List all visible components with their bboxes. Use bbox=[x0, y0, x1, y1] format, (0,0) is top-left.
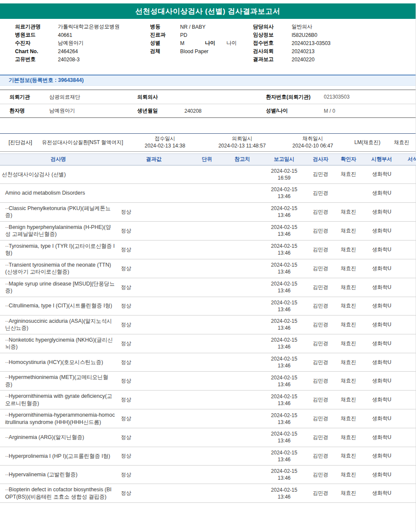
patient-value: 240208 bbox=[184, 108, 266, 114]
patient-row: 환자명 남예원아기 생년월일 240208 성별/나이 M / 0 bbox=[0, 104, 416, 117]
report-datetime-cell: 2024-02-15 13:46 bbox=[262, 240, 307, 258]
info-value: M bbox=[180, 40, 205, 46]
report-time: 13:46 bbox=[262, 343, 307, 350]
reference-cell bbox=[223, 266, 262, 271]
unit-cell bbox=[191, 322, 223, 327]
collect-value: 2024-02-10 06:47 bbox=[278, 142, 347, 150]
department-cell: 생화학U bbox=[362, 319, 401, 331]
report-date: 2024-02-15 bbox=[262, 487, 307, 493]
info-value: PD bbox=[180, 32, 187, 38]
report-date: 2024-02-15 bbox=[262, 224, 307, 231]
confirmer-cell: 채효진 bbox=[335, 206, 362, 218]
info-value: I582U26B0 bbox=[292, 32, 317, 38]
form-cell bbox=[401, 304, 416, 308]
confirmer-cell: 채효진 bbox=[335, 244, 362, 255]
result-value-cell: 정상 bbox=[117, 469, 191, 481]
report-datetime-cell: 2024-02-15 13:46 bbox=[262, 484, 307, 502]
col-header-tester: 검사자 bbox=[307, 156, 335, 163]
department-cell: 생화학U bbox=[362, 432, 401, 443]
patient-label: 의뢰의사 bbox=[137, 93, 184, 101]
confirmer-cell: 채효진 bbox=[335, 263, 362, 274]
reference-cell bbox=[223, 341, 262, 346]
info-label: 병원코드 bbox=[15, 31, 58, 39]
test-name-cell: ··Transient tyrosinemia of the neonate (… bbox=[0, 259, 117, 278]
department-cell: 생화학U bbox=[362, 244, 401, 255]
order-row: [진단검사] 유전성대사이상질환[NST 혈액여지] 접수일시 2024-02-… bbox=[0, 133, 416, 152]
report-time: 13:46 bbox=[262, 456, 307, 463]
department-cell: 생화학U bbox=[362, 263, 401, 274]
department-cell: 생화학U bbox=[362, 282, 401, 293]
form-cell bbox=[401, 285, 416, 289]
report-date: 2024-02-15 bbox=[262, 412, 307, 419]
info-label: 접수번호 bbox=[253, 39, 292, 47]
unit-cell bbox=[191, 266, 223, 271]
received-datetime: 접수일시 2024-02-13 14:38 bbox=[124, 135, 206, 150]
report-date: 2024-02-15 bbox=[262, 393, 307, 400]
info-label: 수진자 bbox=[15, 39, 58, 47]
info-value: 20240213-03503 bbox=[292, 40, 331, 46]
info-label: 결과보고 bbox=[253, 56, 292, 63]
unit-cell bbox=[191, 379, 223, 383]
report-time: 13:46 bbox=[262, 268, 307, 275]
col-header-test-name: 검사명 bbox=[0, 156, 117, 163]
report-date: 2024-02-15 bbox=[262, 337, 307, 343]
result-row: ··Tyrosinemia, type I (TYR I)(고타이로신혈증 I형… bbox=[0, 240, 416, 259]
confirmer-cell: 채효진 bbox=[335, 432, 362, 443]
info-value: 2464264 bbox=[58, 48, 78, 54]
result-value-cell: 정상 bbox=[117, 338, 191, 349]
header-info: 의료기관명가톨릭대학교은평성모병원 병원코드40661 수진자남예원아기 Cha… bbox=[0, 19, 416, 65]
result-row: ··Citrullinemia, type I (CIT)(시트룰린혈증 I형)… bbox=[0, 297, 416, 316]
report-title: 선천성대사이상검사 (선별) 검사결과보고서 bbox=[0, 3, 416, 19]
test-name-cell: ··Hyperornithinemia with gyrate deficien… bbox=[0, 391, 117, 409]
unit-cell bbox=[191, 304, 223, 308]
confirmer-cell: 채효진 bbox=[335, 413, 362, 424]
info-value: 20240220 bbox=[292, 57, 314, 63]
test-name-cell: ··Citrullinemia, type I (CIT)(시트룰린혈증 I형) bbox=[0, 300, 117, 312]
tester-cell: 김민경 bbox=[307, 263, 335, 274]
report-datetime-cell: 2024-02-15 13:46 bbox=[262, 297, 307, 315]
form-cell bbox=[401, 266, 416, 271]
info-label: 검사의뢰 bbox=[253, 48, 292, 55]
report-datetime-cell: 2024-02-15 13:46 bbox=[262, 353, 307, 371]
confirmer-cell: 채효진 bbox=[335, 450, 362, 462]
form-cell bbox=[401, 191, 416, 195]
tester-cell: 김민경 bbox=[307, 338, 335, 349]
report-time: 13:46 bbox=[262, 419, 307, 426]
reference-cell bbox=[223, 379, 262, 383]
department-cell: 생화학U bbox=[362, 469, 401, 481]
result-value-cell: 정상 bbox=[117, 244, 191, 255]
result-row: ··Biopterin defect in cofactor biosynthe… bbox=[0, 484, 416, 503]
tester-cell: 김민경 bbox=[307, 225, 335, 237]
unit-cell bbox=[191, 228, 223, 233]
basic-info-title: 기본정보(등록번호 : 39643844) bbox=[9, 77, 84, 84]
patient-value: 남예원아기 bbox=[43, 107, 137, 114]
info-value: Blood Paper bbox=[180, 48, 208, 54]
result-value-cell: 정상 bbox=[117, 300, 191, 312]
reference-cell bbox=[223, 435, 262, 439]
info-label: 담당의사 bbox=[253, 23, 292, 30]
form-cell bbox=[401, 210, 416, 214]
report-date: 2024-02-15 bbox=[262, 299, 307, 306]
department-cell: 생화학U bbox=[362, 487, 401, 499]
col-header-department: 시행부서 bbox=[362, 156, 401, 163]
confirmer-cell: 채효진 bbox=[335, 300, 362, 312]
unit-cell bbox=[191, 285, 223, 289]
report-date: 2024-02-15 bbox=[262, 186, 307, 193]
report-time: 13:46 bbox=[262, 249, 307, 256]
department-cell: 생화학U bbox=[362, 206, 401, 218]
report-datetime-cell: 2024-02-15 13:46 bbox=[262, 334, 307, 352]
info-label: 성별 bbox=[150, 39, 180, 47]
result-value-cell: 정상 bbox=[117, 450, 191, 462]
result-row: ··Maple syrup urine disease [MSUD](단풍당뇨증… bbox=[0, 278, 416, 297]
info-label: 나이 bbox=[205, 39, 226, 47]
unit-cell bbox=[191, 454, 223, 458]
report-datetime-cell: 2024-02-15 13:46 bbox=[262, 466, 307, 484]
department-cell: 생화학U bbox=[362, 338, 401, 349]
results-table: 검사명 결과값 단위 참고치 보고일시 검사자 확인자 시행부서 서식 선천성대… bbox=[0, 153, 416, 503]
test-name-cell: ··Argininemia (ARG)(알지닌혈증) bbox=[0, 432, 117, 443]
result-value-cell: 정상 bbox=[117, 206, 191, 218]
tester-cell: 김민경 bbox=[307, 282, 335, 293]
info-value: 가톨릭대학교은평성모병원 bbox=[58, 23, 120, 30]
report-datetime-cell: 2024-02-15 16:59 bbox=[262, 165, 307, 183]
result-value-cell: 정상 bbox=[117, 413, 191, 424]
